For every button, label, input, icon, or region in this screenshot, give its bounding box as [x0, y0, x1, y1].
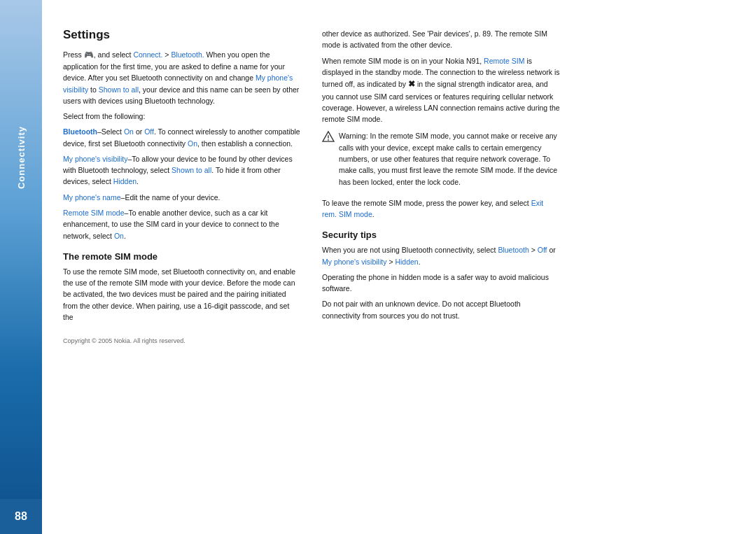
- left-column: Settings Press 🎮, and select Connect. > …: [63, 28, 301, 520]
- security-title: Security tips: [322, 230, 560, 240]
- security-body2: Operating the phone in hidden mode is a …: [322, 272, 560, 295]
- security-body3: Do not pair with an unknown device. Do n…: [322, 298, 560, 321]
- bluetooth-off-link[interactable]: Bluetooth: [498, 246, 528, 254]
- remote-sim-note: When remote SIM mode is on in your Nokia…: [322, 55, 560, 125]
- visibility-entry: My phone's visibility–To allow your devi…: [63, 153, 301, 188]
- remote-link[interactable]: Remote: [484, 57, 510, 65]
- sim-link[interactable]: SIM: [512, 57, 525, 65]
- connect-link[interactable]: Connect.: [133, 50, 162, 59]
- warning-text: Warning: In the remote SIM mode, you can…: [339, 130, 560, 187]
- remote-sim-mode-link[interactable]: Remote SIM mode: [63, 209, 125, 217]
- hidden-link1[interactable]: Hidden: [113, 177, 136, 185]
- right-column: other device as authorized. See 'Pair de…: [322, 28, 560, 520]
- hidden-link2[interactable]: Hidden: [395, 258, 418, 266]
- visibility-link3[interactable]: My phone's visibility: [322, 258, 386, 266]
- visibility-link2[interactable]: My phone's visibility: [63, 155, 127, 163]
- visibility-link1[interactable]: My phone's visibility: [63, 73, 293, 93]
- svg-point-1: [328, 139, 329, 141]
- warning-box: Warning: In the remote SIM mode, you can…: [322, 130, 560, 191]
- page-number-box: 88: [0, 499, 42, 534]
- on-link1[interactable]: On: [124, 127, 134, 136]
- copyright: Copyright © 2005 Nokia. All rights reser…: [63, 337, 301, 346]
- leave-sim-text: To leave the remote SIM mode, press the …: [322, 197, 560, 220]
- security-body1: When you are not using Bluetooth connect…: [322, 244, 560, 267]
- select-label: Select from the following:: [63, 111, 301, 122]
- bluetooth-entry: Bluetooth–Select On or Off. To connect w…: [63, 126, 301, 149]
- page-container: Connectivity 88 Settings Press 🎮, and se…: [0, 0, 756, 534]
- sidebar-label: Connectivity: [16, 126, 27, 189]
- remote-sim-body: To use the remote SIM mode, set Bluetoot…: [63, 266, 301, 323]
- remote-sim-entry: Remote SIM mode–To enable another device…: [63, 207, 301, 241]
- continuation-paragraph: other device as authorized. See 'Pair de…: [322, 28, 560, 51]
- section-title: Settings: [63, 28, 301, 42]
- sidebar: Connectivity 88: [0, 0, 42, 534]
- subsection-title: The remote SIM mode: [63, 251, 301, 262]
- on-link3[interactable]: On: [114, 232, 124, 240]
- shown-to-all-link1[interactable]: Shown to all: [99, 85, 139, 94]
- off-link1[interactable]: Off: [144, 127, 154, 136]
- warning-icon: [322, 131, 335, 142]
- page-number: 88: [15, 510, 27, 523]
- shown-to-all-link2[interactable]: Shown to all: [172, 166, 211, 174]
- on-link2[interactable]: On: [188, 139, 197, 148]
- bluetooth-on-off-link[interactable]: Bluetooth: [63, 127, 97, 136]
- name-entry: My phone's name–Edit the name of your de…: [63, 192, 301, 203]
- off-link2[interactable]: Off: [538, 246, 547, 254]
- phone-name-link[interactable]: My phone's name: [63, 193, 121, 202]
- intro-paragraph: Press 🎮, and select Connect. > Bluetooth…: [63, 49, 301, 106]
- main-content: Settings Press 🎮, and select Connect. > …: [42, 0, 756, 534]
- bluetooth-link[interactable]: Bluetooth.: [171, 50, 204, 59]
- exit-rem-link[interactable]: Exit rem. SIM mode: [322, 199, 543, 218]
